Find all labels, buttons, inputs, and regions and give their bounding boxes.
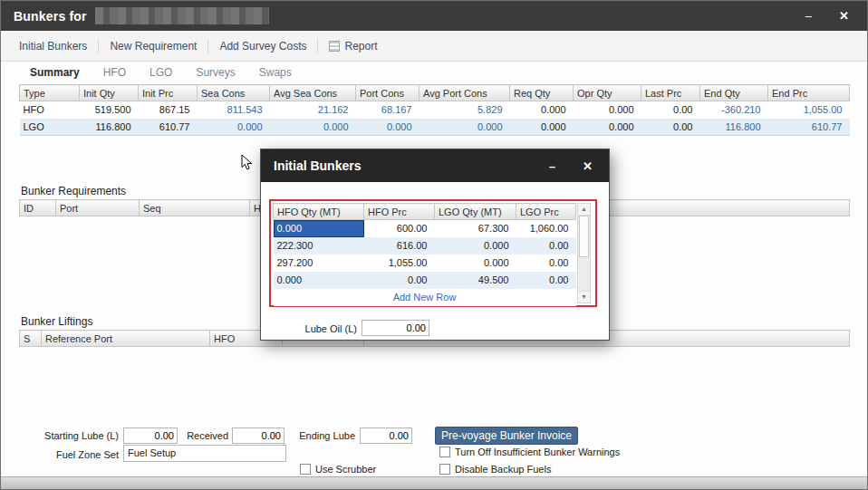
add-new-row-link[interactable]: Add New Row [274, 289, 576, 306]
dialog-minimize-icon[interactable]: – [549, 160, 555, 172]
col-header: ID [20, 200, 56, 216]
tab-strip: Summary HFO LGO Surveys Swaps [30, 62, 292, 82]
cell[interactable]: 610.77 [768, 119, 850, 136]
tab-lgo[interactable]: LGO [149, 66, 172, 79]
cell[interactable]: 610.77 [139, 119, 198, 136]
cell[interactable]: 811.543 [198, 101, 270, 119]
cell[interactable]: LGO [20, 119, 80, 136]
ending-lube-label: Ending Lube [295, 430, 355, 441]
cell[interactable]: 1,060.00 [516, 220, 576, 237]
report-icon [329, 41, 340, 52]
selected-cell[interactable]: 0.000 [274, 220, 364, 237]
received-input[interactable] [232, 428, 285, 444]
cell[interactable]: 0.000 [574, 101, 641, 119]
add-new-row: Add New Row [274, 289, 576, 306]
dialog-table-row: 222.300 616.00 0.000 0.00 [274, 237, 576, 255]
summary-header-row: Type Init Qty Init Prc Sea Cons Avg Sea … [20, 85, 850, 101]
checkbox-disable-backup-fuels[interactable]: Disable Backup Fuels [439, 464, 551, 475]
minimize-icon[interactable]: – [805, 10, 812, 22]
scroll-down-icon[interactable]: ▼ [578, 291, 590, 303]
checkbox-label: Disable Backup Fuels [455, 464, 551, 475]
cell[interactable]: 0.000 [198, 119, 270, 136]
cell[interactable]: 67.300 [435, 220, 516, 237]
cell[interactable]: 0.000 [270, 119, 356, 136]
col-header: Init Qty [80, 85, 139, 101]
cell[interactable]: 0.000 [274, 272, 364, 289]
toolbar-report[interactable]: Report [318, 37, 388, 55]
toolbar: Initial Bunkers New Requirement Add Surv… [1, 31, 867, 62]
cell[interactable]: 0.000 [435, 237, 516, 255]
cell[interactable]: 0.00 [641, 119, 700, 136]
mouse-cursor [241, 154, 254, 172]
col-header: Last Prc [641, 85, 700, 101]
fuel-zone-set-label: Fuel Zone Set [26, 449, 119, 460]
cell[interactable]: 116.800 [80, 119, 139, 136]
checkbox-icon [300, 464, 311, 475]
cell[interactable]: 0.000 [435, 255, 516, 272]
cell[interactable]: 0.000 [574, 119, 641, 136]
bunker-liftings-title: Bunker Liftings [21, 315, 92, 328]
col-header: Avg Sea Cons [270, 85, 356, 101]
close-icon[interactable]: ✕ [839, 10, 849, 22]
starting-lube-input[interactable] [123, 428, 178, 444]
scrollbar-track[interactable] [578, 257, 590, 291]
cell[interactable]: 0.00 [516, 272, 576, 289]
tab-hfo[interactable]: HFO [103, 66, 126, 79]
window-bottom-edge [1, 476, 867, 489]
summary-row-hfo: HFO 519.500 867.15 811.543 21.162 68.167… [20, 101, 850, 119]
scrollbar-thumb[interactable] [579, 216, 589, 257]
cell[interactable]: 0.00 [364, 272, 435, 289]
col-header: Seq [140, 200, 250, 216]
col-header: End Prc [768, 85, 850, 101]
tab-surveys[interactable]: Surveys [196, 66, 235, 79]
tab-swaps[interactable]: Swaps [259, 66, 292, 79]
checkbox-use-scrubber[interactable]: Use Scrubber [300, 464, 376, 475]
ending-lube-input[interactable] [360, 428, 412, 444]
dialog-close-icon[interactable]: ✕ [583, 160, 593, 172]
checkbox-label: Turn Off Insufficient Bunker Warnings [455, 447, 620, 457]
cell[interactable]: 1,055.00 [768, 101, 850, 119]
cell[interactable]: 0.000 [420, 119, 510, 136]
cell[interactable]: 1,055.00 [364, 255, 435, 272]
cell[interactable]: 0.000 [356, 119, 420, 136]
summary-row-lgo: LGO 116.800 610.77 0.000 0.000 0.000 0.0… [20, 119, 850, 136]
cell[interactable]: 49.500 [435, 272, 516, 289]
cell[interactable]: 0.00 [516, 255, 576, 272]
cell[interactable]: 21.162 [270, 101, 356, 119]
cell[interactable]: 222.300 [274, 237, 364, 255]
toolbar-add-survey-costs[interactable]: Add Survey Costs [208, 37, 317, 55]
lube-oil-input[interactable] [362, 320, 429, 336]
cell[interactable]: 519.500 [80, 101, 139, 119]
col-header: Sea Cons [198, 85, 270, 101]
cell[interactable]: 0.000 [510, 119, 574, 136]
col-header: Req Qty [510, 85, 574, 101]
cell[interactable]: 600.00 [364, 220, 435, 237]
toolbar-initial-bunkers[interactable]: Initial Bunkers [8, 37, 98, 55]
cell[interactable]: 297.200 [274, 255, 364, 272]
col-header: Reference Port [42, 331, 210, 347]
summary-table: Type Init Qty Init Prc Sea Cons Avg Sea … [19, 84, 850, 136]
cell[interactable]: 616.00 [364, 237, 435, 255]
scroll-up-icon[interactable]: ▲ [578, 204, 590, 216]
col-header: Type [20, 85, 80, 101]
cell[interactable]: 116.800 [700, 119, 768, 136]
cell[interactable]: -360.210 [700, 101, 768, 119]
titlebar: Bunkers for – ✕ [1, 1, 867, 31]
cell[interactable]: 68.167 [356, 101, 420, 119]
tab-summary[interactable]: Summary [30, 66, 80, 79]
cell[interactable]: 5.829 [420, 101, 510, 119]
toolbar-new-requirement[interactable]: New Requirement [99, 37, 207, 55]
checkbox-turn-off-warnings[interactable]: Turn Off Insufficient Bunker Warnings [439, 447, 620, 457]
col-header: LGO Qty (MT) [435, 204, 516, 220]
cell[interactable]: 867.15 [139, 101, 198, 119]
cell[interactable]: 0.00 [516, 237, 576, 255]
cell[interactable]: 0.00 [641, 101, 700, 119]
col-header: HFO Qty (MT) [274, 204, 364, 220]
pre-voyage-bunker-invoice-button[interactable]: Pre-voyage Bunker Invoice [435, 427, 578, 445]
fuel-zone-set-select[interactable]: Fuel Setup [123, 445, 286, 462]
dialog-scrollbar[interactable]: ▲ ▼ [577, 203, 591, 303]
cell[interactable]: HFO [20, 101, 80, 119]
dialog-table-row: 297.200 1,055.00 0.000 0.00 [274, 255, 576, 272]
dialog-titlebar: Initial Bunkers – ✕ [261, 149, 609, 182]
cell[interactable]: 0.000 [510, 101, 574, 119]
